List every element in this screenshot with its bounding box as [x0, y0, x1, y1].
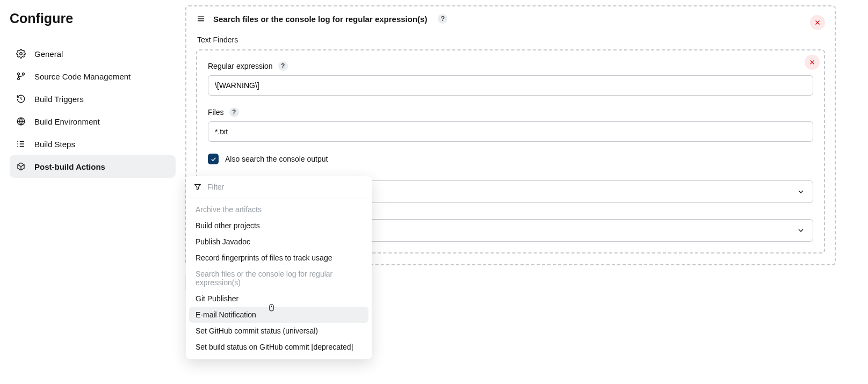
page-title: Configure — [10, 11, 176, 26]
svg-point-3 — [23, 73, 25, 75]
console-output-checkbox-row: Also search the console output — [208, 154, 813, 164]
popup-search — [186, 176, 372, 198]
help-icon[interactable]: ? — [438, 14, 447, 24]
nav-label: Post-build Actions — [34, 162, 105, 171]
nav-list: General Source Code Management Build Tri… — [10, 42, 176, 178]
popup-item[interactable]: Record fingerprints of files to track us… — [189, 250, 368, 266]
sidebar: Configure General Source Code Management… — [0, 0, 185, 384]
nav-label: Build Environment — [34, 117, 100, 126]
popup-item[interactable]: Set GitHub commit status (universal) — [189, 323, 368, 339]
svg-point-1 — [18, 73, 20, 75]
branch-icon — [16, 71, 26, 81]
regex-label: Regular expression ? — [208, 61, 813, 71]
nav-item-triggers[interactable]: Build Triggers — [10, 88, 176, 110]
popup-filter-input[interactable] — [207, 183, 364, 191]
regex-field: Regular expression ? — [208, 61, 813, 96]
card-title: Search files or the console log for regu… — [213, 15, 427, 24]
nav-item-general[interactable]: General — [10, 42, 176, 65]
console-output-label: Also search the console output — [225, 155, 328, 163]
card-header: Search files or the console log for regu… — [196, 14, 825, 24]
help-icon[interactable]: ? — [278, 61, 288, 71]
nav-label: Build Steps — [34, 140, 75, 149]
remove-text-finder-button[interactable] — [805, 55, 820, 70]
svg-point-0 — [20, 53, 23, 55]
nav-item-scm[interactable]: Source Code Management — [10, 65, 176, 88]
nav-item-env[interactable]: Build Environment — [10, 110, 176, 133]
section-label: Text Finders — [197, 35, 825, 44]
files-field: Files ? — [208, 107, 813, 142]
popup-list: Archive the artifactsBuild other project… — [186, 198, 372, 359]
popup-item: Search files or the console log for regu… — [189, 266, 368, 291]
remove-step-button[interactable] — [810, 15, 825, 30]
nav-item-post-build[interactable]: Post-build Actions — [10, 155, 176, 178]
drag-handle-icon[interactable] — [196, 14, 206, 24]
popup-item: Archive the artifacts — [189, 201, 368, 218]
nav-label: Source Code Management — [34, 72, 131, 81]
popup-item[interactable]: Build other projects — [189, 218, 368, 234]
popup-item[interactable]: Git Publisher — [189, 291, 368, 307]
list-icon — [16, 139, 26, 149]
files-input[interactable] — [208, 121, 813, 142]
nav-label: Build Triggers — [34, 95, 84, 104]
gear-icon — [16, 49, 26, 59]
filter-icon — [193, 183, 202, 191]
files-label: Files ? — [208, 107, 813, 117]
svg-point-2 — [18, 78, 20, 80]
nav-item-steps[interactable]: Build Steps — [10, 133, 176, 155]
console-output-checkbox[interactable] — [208, 154, 219, 164]
history-icon — [16, 94, 26, 104]
add-action-popup: Archive the artifactsBuild other project… — [186, 176, 372, 359]
regex-input[interactable] — [208, 75, 813, 96]
popup-item[interactable]: E-mail Notification — [189, 307, 368, 323]
package-icon — [16, 162, 26, 171]
regex-label-text: Regular expression — [208, 62, 273, 70]
files-label-text: Files — [208, 108, 224, 117]
popup-item[interactable]: Set build status on GitHub commit [depre… — [189, 339, 368, 355]
help-icon[interactable]: ? — [229, 107, 239, 117]
globe-icon — [16, 117, 26, 126]
popup-item[interactable]: Publish Javadoc — [189, 234, 368, 250]
nav-label: General — [34, 49, 63, 59]
